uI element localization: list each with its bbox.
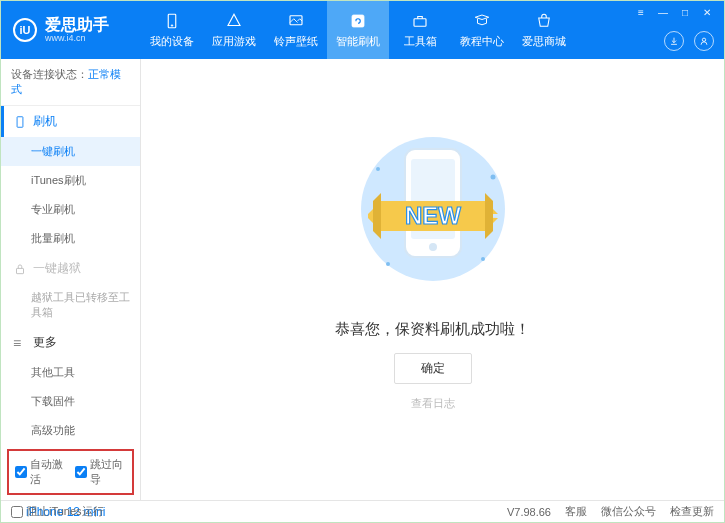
sidebar-item-download-firmware[interactable]: 下载固件 (1, 387, 140, 416)
nav-my-device[interactable]: 我的设备 (141, 1, 203, 59)
nav-label: 应用游戏 (212, 34, 256, 49)
version-label: V7.98.66 (507, 506, 551, 518)
svg-point-19 (386, 262, 390, 266)
phone-icon (163, 12, 181, 30)
checkbox-label: 跳过向导 (90, 457, 127, 487)
checkbox-block-itunes[interactable]: 阻止iTunes运行 (11, 504, 104, 519)
hamburger-icon (13, 335, 27, 349)
app-header: iU 爱思助手 www.i4.cn 我的设备 应用游戏 铃声壁纸 智能刷机 工具… (1, 1, 724, 59)
nav-label: 智能刷机 (336, 34, 380, 49)
menu-icon[interactable]: ≡ (634, 5, 648, 19)
minimize-icon[interactable]: — (656, 5, 670, 19)
lock-icon (13, 262, 27, 276)
nav-store[interactable]: 爱思商城 (513, 1, 575, 59)
nav-smart-flash[interactable]: 智能刷机 (327, 1, 389, 59)
app-logo-icon: iU (13, 18, 37, 42)
nav-tutorials[interactable]: 教程中心 (451, 1, 513, 59)
checkbox-auto-activate[interactable]: 自动激活 (15, 457, 67, 487)
main-content: NEW 恭喜您，保资料刷机成功啦！ 确定 查看日志 (141, 59, 724, 500)
close-icon[interactable]: ✕ (700, 5, 714, 19)
status-label: 设备连接状态： (11, 68, 88, 80)
success-message: 恭喜您，保资料刷机成功啦！ (335, 320, 530, 339)
sidebar-section-jailbreak: 一键越狱 (1, 253, 140, 284)
svg-rect-6 (17, 116, 23, 127)
apps-icon (225, 12, 243, 30)
header-right: ≡ — □ ✕ (634, 1, 714, 59)
app-name: 爱思助手 (45, 17, 109, 33)
sidebar-item-advanced[interactable]: 高级功能 (1, 416, 140, 445)
checkbox-label: 自动激活 (30, 457, 67, 487)
main-nav: 我的设备 应用游戏 铃声壁纸 智能刷机 工具箱 教程中心 爱思商城 (141, 1, 575, 59)
device-status: 设备连接状态：正常模式 (1, 59, 140, 106)
checkbox-input[interactable] (11, 506, 23, 518)
book-icon (473, 12, 491, 30)
sidebar-section-more[interactable]: 更多 (1, 327, 140, 358)
sidebar-item-itunes-flash[interactable]: iTunes刷机 (1, 166, 140, 195)
user-controls (664, 31, 714, 51)
phone-icon (13, 115, 27, 129)
toolbox-icon (411, 12, 429, 30)
customer-service-link[interactable]: 客服 (565, 504, 587, 519)
new-banner-text: NEW (405, 202, 461, 229)
jailbreak-note: 越狱工具已转移至工具箱 (1, 284, 140, 327)
success-illustration: NEW (333, 129, 533, 302)
section-title: 刷机 (33, 113, 57, 130)
svg-point-18 (481, 257, 485, 261)
check-update-link[interactable]: 检查更新 (670, 504, 714, 519)
sidebar-item-oneclick-flash[interactable]: 一键刷机 (1, 137, 140, 166)
svg-point-5 (702, 38, 705, 41)
nav-label: 爱思商城 (522, 34, 566, 49)
wallpaper-icon (287, 12, 305, 30)
window-controls: ≡ — □ ✕ (634, 5, 714, 19)
checkbox-label: 阻止iTunes运行 (27, 504, 104, 519)
svg-point-12 (429, 243, 437, 251)
svg-marker-15 (485, 193, 493, 239)
view-log-link[interactable]: 查看日志 (411, 396, 455, 411)
store-icon (535, 12, 553, 30)
nav-toolbox[interactable]: 工具箱 (389, 1, 451, 59)
refresh-icon (349, 12, 367, 30)
nav-label: 教程中心 (460, 34, 504, 49)
sidebar-item-other-tools[interactable]: 其他工具 (1, 358, 140, 387)
svg-point-16 (376, 167, 380, 171)
options-highlight-box: 自动激活 跳过向导 (7, 449, 134, 495)
svg-rect-7 (17, 268, 24, 273)
sidebar-item-batch-flash[interactable]: 批量刷机 (1, 224, 140, 253)
nav-label: 铃声壁纸 (274, 34, 318, 49)
nav-apps-games[interactable]: 应用游戏 (203, 1, 265, 59)
svg-rect-3 (352, 15, 364, 27)
wechat-link[interactable]: 微信公众号 (601, 504, 656, 519)
checkbox-input[interactable] (15, 466, 27, 478)
sidebar-section-flash[interactable]: 刷机 (1, 106, 140, 137)
nav-label: 我的设备 (150, 34, 194, 49)
nav-ringtone-wallpaper[interactable]: 铃声壁纸 (265, 1, 327, 59)
app-site: www.i4.cn (45, 33, 109, 43)
checkbox-skip-guide[interactable]: 跳过向导 (75, 457, 127, 487)
svg-point-1 (171, 24, 173, 26)
user-icon[interactable] (694, 31, 714, 51)
svg-point-17 (490, 174, 495, 179)
checkbox-input[interactable] (75, 466, 87, 478)
section-title: 更多 (33, 334, 57, 351)
section-title: 一键越狱 (33, 260, 81, 277)
sidebar: 设备连接状态：正常模式 刷机 一键刷机 iTunes刷机 专业刷机 批量刷机 一… (1, 59, 141, 500)
svg-rect-4 (414, 18, 426, 26)
nav-label: 工具箱 (404, 34, 437, 49)
logo-area: iU 爱思助手 www.i4.cn (1, 17, 141, 43)
maximize-icon[interactable]: □ (678, 5, 692, 19)
download-icon[interactable] (664, 31, 684, 51)
ok-button[interactable]: 确定 (394, 353, 472, 384)
svg-marker-14 (373, 193, 381, 239)
sidebar-item-pro-flash[interactable]: 专业刷机 (1, 195, 140, 224)
